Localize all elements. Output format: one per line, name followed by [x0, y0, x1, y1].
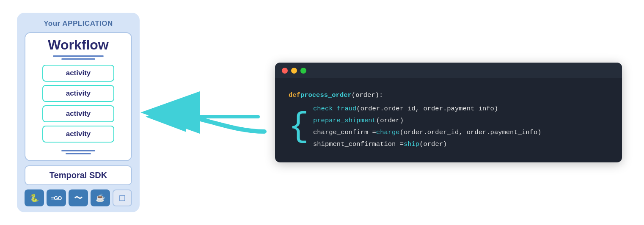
dot-red	[282, 68, 288, 74]
workflow-bottom-lines	[61, 150, 95, 154]
brace-group: { check_fraud (order.order_id, order.pay…	[289, 103, 608, 151]
application-box: Your APPLICATION Workflow activity activ…	[17, 13, 140, 212]
keyword-def: def	[289, 90, 300, 102]
sdk-dotnet-icon[interactable]: □	[113, 189, 132, 206]
var-charge-confirm: charge_confirm =	[313, 127, 376, 139]
workflow-box: Workflow activity activity activity acti…	[25, 32, 132, 161]
activity-btn-2[interactable]: activity	[42, 85, 114, 102]
diagonal-arrow	[140, 70, 275, 155]
workflow-title: Workflow	[48, 37, 108, 53]
sdk-java-icon[interactable]: ☕	[91, 189, 110, 206]
fn-args-2: (order)	[376, 115, 404, 127]
code-lines-inner: check_fraud (order.order_id, order.payme…	[313, 103, 542, 151]
fn-check-fraud: check_fraud	[313, 103, 356, 115]
arrow-container	[140, 70, 275, 155]
sdk-golang-icon[interactable]: ≡GO	[47, 189, 66, 206]
fn-args-3: (order.order_id, order.payment_info)	[400, 127, 542, 139]
workflow-line-1	[53, 55, 104, 57]
param-order: order	[355, 90, 375, 102]
fn-args-4: (order)	[419, 139, 447, 151]
workflow-lines	[53, 55, 104, 60]
code-line-2: prepare_shipment (order)	[313, 115, 542, 127]
app-label: Your APPLICATION	[44, 19, 113, 28]
sdk-python-icon[interactable]: 🐍	[25, 189, 44, 206]
workflow-line-2	[61, 58, 95, 60]
sdk-box: Temporal SDK	[25, 165, 132, 185]
fn-prepare-shipment: prepare_shipment	[313, 115, 376, 127]
main-layout: Your APPLICATION Workflow activity activ…	[0, 0, 644, 225]
sdk-node-icon[interactable]: 〜	[69, 189, 88, 206]
paren-close: )	[375, 90, 379, 102]
code-line-def: def process_order ( order ) :	[289, 90, 608, 102]
activity-btn-3[interactable]: activity	[42, 105, 114, 122]
code-editor: def process_order ( order ) : { check_fr…	[275, 63, 622, 162]
code-line-1: check_fraud (order.order_id, order.payme…	[313, 103, 542, 115]
editor-body: def process_order ( order ) : { check_fr…	[275, 78, 622, 162]
workflow-bottom-line-2	[66, 153, 91, 154]
dot-green	[300, 68, 306, 74]
activity-btn-4[interactable]: activity	[42, 126, 114, 143]
fn-charge: charge	[376, 127, 400, 139]
fn-name: process_order	[300, 90, 352, 102]
editor-titlebar	[275, 63, 622, 78]
fn-args-1: (order.order_id, order.payment_info)	[356, 103, 498, 115]
fn-ship: ship	[404, 139, 419, 151]
sdk-icons-row: 🐍 ≡GO 〜 ☕ □	[25, 189, 132, 206]
activity-btn-1[interactable]: activity	[42, 65, 114, 82]
var-shipment-confirmation: shipment_confirmation =	[313, 139, 404, 151]
code-line-3: charge_confirm = charge (order.order_id,…	[313, 127, 542, 139]
left-brace: {	[289, 103, 309, 151]
workflow-bottom-line-1	[61, 150, 95, 151]
colon: :	[379, 90, 383, 102]
dot-yellow	[291, 68, 297, 74]
paren-open: (	[352, 90, 355, 102]
code-line-4: shipment_confirmation = ship (order)	[313, 139, 542, 151]
